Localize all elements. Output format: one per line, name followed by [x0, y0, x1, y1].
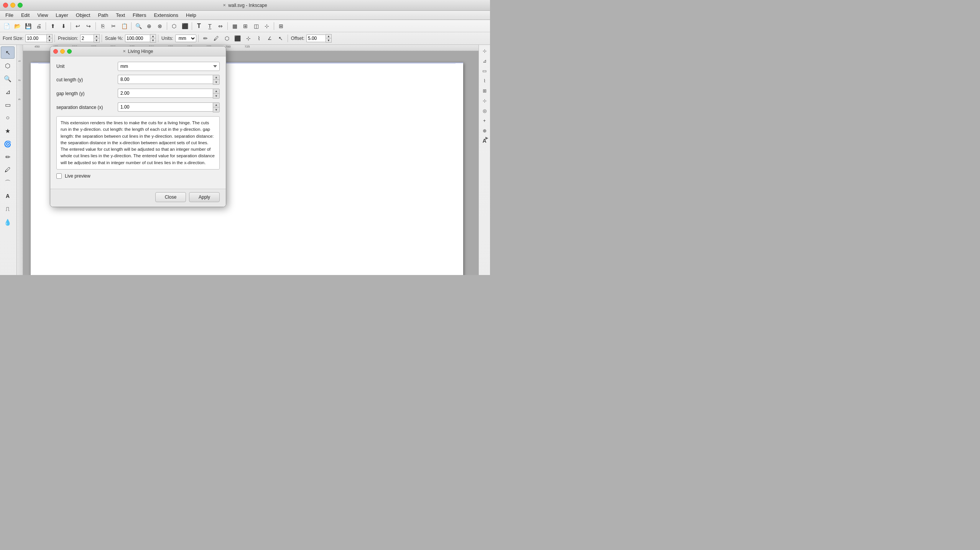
menu-edit[interactable]: Edit [17, 12, 33, 19]
cut-length-spin-buttons[interactable]: ▲ ▼ [213, 75, 220, 85]
menu-view[interactable]: View [33, 12, 52, 19]
snap-object-btn[interactable]: ◎ [480, 106, 489, 115]
font-size-spinbox[interactable]: ▲ ▼ [25, 34, 53, 43]
font-size-down[interactable]: ▼ [47, 38, 52, 42]
sep-distance-spinbox[interactable]: ▲ ▼ [118, 102, 220, 112]
units-select[interactable]: mmcminpx [175, 35, 196, 42]
link-btn[interactable]: ⇔ [215, 21, 225, 31]
calligraphy-btn[interactable]: ⌒ [1, 177, 15, 189]
copy-button[interactable]: ⎘ [98, 21, 108, 31]
rect-tool-btn[interactable]: ▭ [1, 99, 15, 111]
font-size-input[interactable] [25, 35, 46, 42]
font-size-spin-buttons[interactable]: ▲ ▼ [46, 34, 53, 43]
precision-up[interactable]: ▲ [94, 35, 99, 38]
import-button[interactable]: ⬆ [48, 21, 58, 31]
dialog-min-btn[interactable] [60, 49, 65, 54]
menu-path[interactable]: Path [94, 12, 112, 19]
print-button[interactable]: 🖨 [34, 21, 44, 31]
window-close-button[interactable] [3, 3, 8, 8]
curve-btn[interactable]: ⌇ [254, 34, 264, 43]
precision-spin-buttons[interactable]: ▲ ▼ [94, 34, 100, 43]
cut-length-down[interactable]: ▼ [213, 80, 219, 84]
sep-distance-spin-buttons[interactable]: ▲ ▼ [213, 102, 220, 112]
living-hinge-dialog[interactable]: ✕ Living Hinge Unit mm cm in px pt [50, 46, 226, 207]
scale-spin-buttons[interactable]: ▲ ▼ [150, 34, 156, 43]
menu-extensions[interactable]: Extensions [150, 12, 182, 19]
scale-down[interactable]: ▼ [150, 38, 156, 42]
close-button[interactable]: Close [155, 192, 186, 202]
gap-length-down[interactable]: ▼ [213, 94, 219, 98]
menu-help[interactable]: Help [182, 12, 200, 19]
grid-btn[interactable]: ⊞ [276, 21, 286, 31]
view3-btn[interactable]: ◫ [251, 21, 261, 31]
live-preview-checkbox[interactable] [56, 173, 62, 179]
pencil-draw-btn[interactable]: ✏ [1, 151, 15, 163]
snap-plus-btn[interactable]: + [480, 116, 489, 125]
measure-tool-btn[interactable]: ⊿ [1, 86, 15, 98]
new-button[interactable]: 📄 [2, 21, 12, 31]
unit-select[interactable]: mm cm in px pt [118, 62, 220, 71]
menu-file[interactable]: File [2, 12, 17, 19]
menu-object[interactable]: Object [72, 12, 94, 19]
sep-distance-input[interactable] [118, 102, 213, 112]
sep-distance-down[interactable]: ▼ [213, 107, 219, 112]
snap-btn[interactable]: ⊹ [262, 21, 272, 31]
menu-filters[interactable]: Filters [129, 12, 150, 19]
zoom-page-button[interactable]: ⊗ [155, 21, 165, 31]
node-btn[interactable]: ⬡ [169, 21, 179, 31]
transform-btn[interactable]: ⬛ [180, 21, 190, 31]
erase-btn[interactable]: ⬡ [222, 34, 232, 43]
offset-down[interactable]: ▼ [326, 38, 331, 42]
dropper-btn[interactable]: 💧 [1, 216, 15, 228]
view2-btn[interactable]: ⊞ [240, 21, 250, 31]
sep-distance-up[interactable]: ▲ [213, 103, 219, 107]
snap-node-btn[interactable]: ⊿ [480, 56, 489, 66]
cut-button[interactable]: ✂ [109, 21, 118, 31]
save-button[interactable]: 💾 [23, 21, 33, 31]
select-btn[interactable]: ↖ [276, 34, 286, 43]
zoom-fit-button[interactable]: ⊕ [144, 21, 154, 31]
offset-up[interactable]: ▲ [326, 35, 331, 38]
font-size-up[interactable]: ▲ [47, 35, 52, 38]
cut-length-input[interactable] [118, 75, 213, 84]
scale-spinbox[interactable]: ▲ ▼ [125, 34, 156, 43]
snap-center-btn[interactable]: ⊕ [480, 126, 489, 135]
redo-button[interactable]: ↪ [84, 21, 94, 31]
node-edit-btn[interactable]: ⊹ [243, 34, 253, 43]
flow-text-btn[interactable]: T̲ [205, 21, 215, 31]
offset-spinbox[interactable]: ▲ ▼ [306, 34, 332, 43]
snap-path-btn[interactable]: ⌇ [480, 76, 489, 86]
offset-input[interactable] [306, 35, 326, 42]
stroke-btn[interactable]: ⬛ [233, 34, 243, 43]
gap-length-spin-buttons[interactable]: ▲ ▼ [213, 89, 220, 99]
pen-draw-btn[interactable]: 🖊 [1, 164, 15, 176]
apply-button[interactable]: Apply [189, 192, 220, 202]
precision-down[interactable]: ▼ [94, 38, 99, 42]
zoom-tool-btn[interactable]: 🔍 [1, 72, 15, 85]
node-tool-btn[interactable]: ⬡ [1, 59, 15, 72]
cut-length-spinbox[interactable]: ▲ ▼ [118, 75, 220, 85]
spiral-tool-btn[interactable]: 🌀 [1, 138, 15, 150]
undo-button[interactable]: ↩ [73, 21, 83, 31]
snap-guide-btn[interactable]: ⊹ [480, 96, 489, 105]
gap-length-input[interactable] [118, 89, 213, 98]
window-minimize-button[interactable] [10, 3, 15, 8]
dialog-max-btn[interactable] [67, 49, 72, 54]
zoom-in-button[interactable]: 🔍 [133, 21, 143, 31]
dialog-close-btn[interactable] [53, 49, 58, 54]
view1-btn[interactable]: ▦ [230, 21, 240, 31]
star-tool-btn[interactable]: ★ [1, 125, 15, 137]
precision-spinbox[interactable]: ▲ ▼ [80, 34, 100, 43]
paste-button[interactable]: 📋 [119, 21, 129, 31]
precision-input[interactable] [80, 35, 94, 42]
select-tool-btn[interactable]: ↖ [1, 46, 15, 59]
cut-length-up[interactable]: ▲ [213, 75, 219, 80]
snap-bbox-btn[interactable]: ▭ [480, 66, 489, 76]
snap-grid-btn[interactable]: ⊞ [480, 86, 489, 96]
gradient-btn[interactable]: ⎍ [1, 203, 15, 215]
pencil-btn[interactable]: 🖊 [211, 34, 221, 43]
scale-input[interactable] [125, 35, 150, 42]
offset-spin-buttons[interactable]: ▲ ▼ [326, 34, 332, 43]
text-tool-btn[interactable]: T [194, 21, 204, 31]
menu-layer[interactable]: Layer [52, 12, 72, 19]
